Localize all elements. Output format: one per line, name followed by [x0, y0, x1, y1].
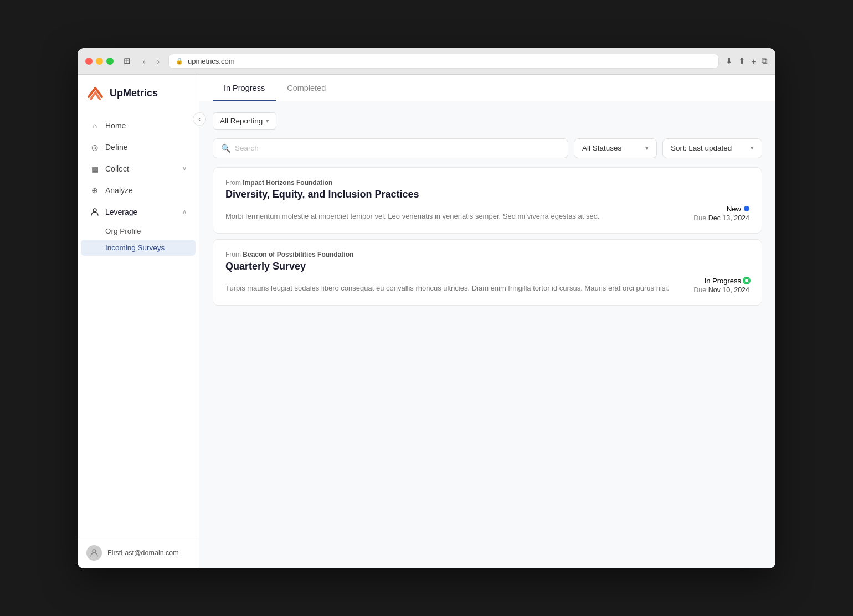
reporting-filter-label: All Reporting: [220, 117, 263, 125]
survey-due-date-1: Nov 10, 2024: [708, 286, 749, 294]
sidebar-item-leverage[interactable]: Leverage ∧: [81, 201, 196, 222]
survey-title-1: Quarterly Survey: [225, 261, 749, 272]
survey-description-1: Turpis mauris feugiat sodales libero con…: [225, 283, 685, 294]
back-button[interactable]: ‹: [141, 55, 148, 67]
survey-due-1: Due Nov 10, 2024: [693, 286, 749, 294]
leverage-icon: [90, 207, 100, 217]
search-input[interactable]: [235, 144, 560, 152]
url-text: upmetrics.com: [188, 57, 235, 65]
sidebar-item-home[interactable]: ⌂ Home: [81, 115, 196, 136]
traffic-lights: [85, 58, 114, 65]
user-email: FirstLast@domain.com: [107, 549, 179, 557]
logo-area: UpMetrics: [78, 75, 199, 110]
sidebar-toggle-icon[interactable]: ⊞: [120, 55, 134, 67]
home-icon: ⌂: [90, 121, 100, 131]
survey-from-1: From Beacon of Possibilities Foundation: [225, 251, 749, 258]
survey-status-0: New: [693, 205, 749, 213]
survey-meta-1: In Progress Due Nov 10, 2024: [693, 277, 749, 294]
survey-list: From Impact Horizons Foundation Diversit…: [213, 167, 762, 306]
tabs: In Progress Completed: [213, 75, 762, 101]
search-row: 🔍 All Statuses ▾ Sort: Last updated ▾: [213, 138, 762, 158]
content-header: In Progress Completed: [199, 75, 775, 101]
svg-point-0: [93, 209, 96, 212]
survey-meta-0: New Due Dec 13, 2024: [693, 205, 749, 222]
tabs-icon[interactable]: ⧉: [762, 56, 768, 66]
browser-actions: ⬇ ⬆ + ⧉: [726, 56, 768, 66]
collect-chevron-icon: ∨: [182, 165, 187, 172]
leverage-subnav: Org Profile Incoming Surveys: [78, 223, 199, 256]
survey-from-0: From Impact Horizons Foundation: [225, 179, 749, 187]
browser-chrome: ⊞ ‹ › 🔒 upmetrics.com ⬇ ⬆ + ⧉: [78, 48, 775, 75]
analyze-icon: ⊕: [90, 185, 100, 195]
minimize-button[interactable]: [96, 58, 103, 65]
sort-dropdown-chevron-icon: ▾: [751, 144, 754, 152]
reporting-filter-chevron-icon: ▾: [266, 117, 269, 125]
status-dot-1: [744, 278, 749, 283]
status-dot-0: [744, 206, 749, 211]
sidebar: ‹ UpMetrics ⌂ Home ◎ Define ▦: [78, 75, 199, 568]
survey-status-1: In Progress: [693, 277, 749, 285]
lock-icon: 🔒: [176, 58, 183, 65]
search-box: 🔍: [213, 138, 568, 158]
leverage-chevron-icon: ∧: [182, 208, 187, 215]
define-icon: ◎: [90, 142, 100, 152]
logo-text: UpMetrics: [110, 87, 158, 99]
app-layout: ‹ UpMetrics ⌂ Home ◎ Define ▦: [78, 75, 775, 568]
survey-body-0: Morbi fermentum molestie at imperdiet te…: [225, 205, 749, 222]
main-content: In Progress Completed All Reporting ▾: [199, 75, 775, 568]
survey-title-0: Diversity, Equity, and Inclusion Practic…: [225, 189, 749, 200]
reporting-filter-dropdown[interactable]: All Reporting ▾: [213, 112, 276, 130]
avatar: [86, 545, 102, 561]
sidebar-item-analyze[interactable]: ⊕ Analyze: [81, 180, 196, 201]
survey-org-1: Beacon of Possibilities Foundation: [243, 251, 353, 258]
sidebar-item-collect[interactable]: ▦ Collect ∨: [81, 158, 196, 179]
filter-row: All Reporting ▾: [213, 112, 762, 130]
status-filter-label: All Statuses: [582, 144, 621, 152]
address-bar[interactable]: 🔒 upmetrics.com: [168, 54, 719, 69]
close-button[interactable]: [85, 58, 93, 65]
browser-window: ⊞ ‹ › 🔒 upmetrics.com ⬇ ⬆ + ⧉ ‹ UpMetric…: [78, 48, 775, 568]
sidebar-item-define[interactable]: ◎ Define: [81, 137, 196, 158]
sidebar-item-collect-label: Collect: [105, 164, 129, 173]
survey-card-1[interactable]: From Beacon of Possibilities Foundation …: [213, 239, 762, 306]
forward-button[interactable]: ›: [155, 55, 162, 67]
status-filter-dropdown[interactable]: All Statuses ▾: [574, 138, 657, 158]
content-body: All Reporting ▾ 🔍 All Statuses ▾: [199, 101, 775, 568]
sidebar-nav: ⌂ Home ◎ Define ▦ Collect ∨ ⊕ Analyze: [78, 110, 199, 537]
share-icon[interactable]: ⬆: [738, 56, 746, 66]
sidebar-collapse-button[interactable]: ‹: [193, 112, 206, 126]
survey-card-0[interactable]: From Impact Horizons Foundation Diversit…: [213, 167, 762, 234]
new-tab-icon[interactable]: +: [751, 56, 756, 66]
user-profile-footer[interactable]: FirstLast@domain.com: [78, 537, 199, 568]
survey-due-0: Due Dec 13, 2024: [693, 214, 749, 222]
sidebar-item-org-profile[interactable]: Org Profile: [81, 223, 196, 239]
status-dropdown-chevron-icon: ▾: [645, 144, 649, 152]
collect-icon: ▦: [90, 164, 100, 174]
sidebar-item-leverage-label: Leverage: [105, 208, 137, 216]
sidebar-item-define-label: Define: [105, 143, 127, 152]
incoming-surveys-label: Incoming Surveys: [105, 244, 165, 252]
org-profile-label: Org Profile: [105, 227, 141, 235]
upmetrics-logo-icon: [86, 86, 104, 101]
sidebar-item-home-label: Home: [105, 121, 126, 130]
maximize-button[interactable]: [106, 58, 114, 65]
svg-point-1: [93, 550, 96, 553]
tab-in-progress[interactable]: In Progress: [213, 75, 276, 101]
survey-due-date-0: Dec 13, 2024: [708, 214, 749, 222]
search-icon: 🔍: [221, 144, 230, 153]
sidebar-item-analyze-label: Analyze: [105, 186, 133, 195]
sort-label: Sort: Last updated: [671, 144, 732, 152]
survey-description-0: Morbi fermentum molestie at imperdiet te…: [225, 211, 685, 222]
survey-body-1: Turpis mauris feugiat sodales libero con…: [225, 277, 749, 294]
tab-completed[interactable]: Completed: [276, 75, 337, 101]
download-icon[interactable]: ⬇: [726, 56, 733, 66]
sidebar-item-incoming-surveys[interactable]: Incoming Surveys: [81, 240, 196, 256]
sort-dropdown[interactable]: Sort: Last updated ▾: [662, 138, 762, 158]
survey-org-0: Impact Horizons Foundation: [243, 179, 332, 187]
